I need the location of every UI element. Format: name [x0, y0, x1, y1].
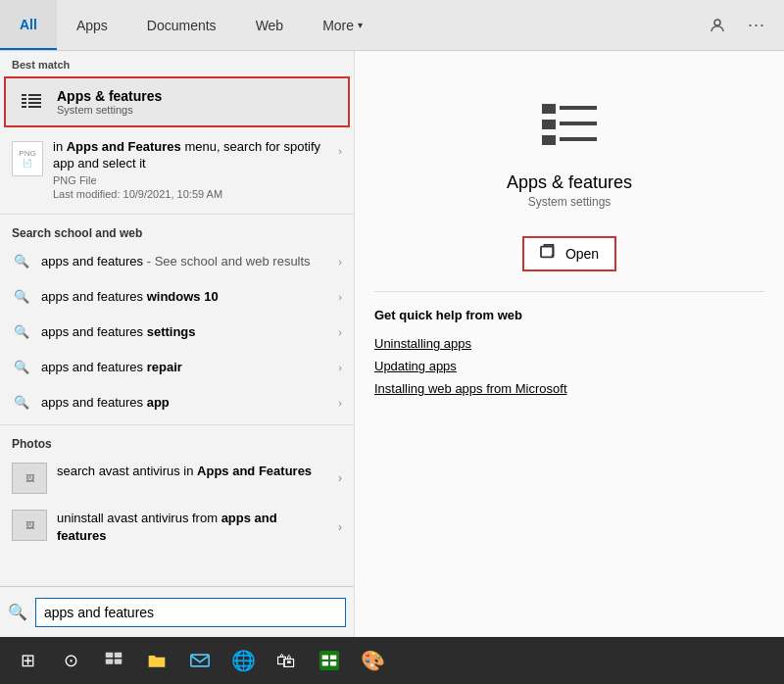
school-section-label: Search school and web — [0, 219, 354, 244]
svg-rect-24 — [322, 661, 328, 666]
mail-button[interactable] — [180, 641, 220, 680]
quick-help-link-1[interactable]: Updating apps — [374, 355, 764, 377]
photos-thumb-1: 🖼 — [12, 510, 47, 541]
search-text-1: apps and features windows 10 — [41, 289, 328, 304]
search-arrow-4: › — [338, 397, 342, 409]
png-file-icon: PNG📄 — [12, 141, 43, 176]
apps-features-icon — [18, 88, 45, 116]
best-match-item[interactable]: Apps & features System settings — [4, 76, 350, 127]
edge-button[interactable]: 🌐 — [223, 641, 263, 680]
color-wheel-button[interactable]: 🎨 — [353, 641, 392, 680]
svg-rect-19 — [115, 660, 122, 664]
search-arrow-1: › — [338, 291, 342, 303]
search-text-3: apps and features repair — [41, 360, 328, 374]
best-match-text: Apps & features System settings — [57, 88, 162, 116]
xbox-button[interactable] — [310, 641, 349, 680]
file-explorer-button[interactable] — [137, 641, 176, 680]
store-button[interactable]: 🛍 — [267, 641, 306, 680]
taskbar: ⊞ ⊙ 🌐 🛍 🎨 — [0, 637, 784, 684]
app-preview-icon — [534, 90, 605, 161]
search-item-3[interactable]: 🔍 apps and features repair › — [0, 350, 354, 385]
svg-rect-21 — [319, 651, 339, 670]
main-content: Best match Apps & features — [0, 51, 784, 637]
more-dropdown-arrow: ▾ — [358, 20, 363, 30]
search-arrow-3: › — [338, 362, 342, 373]
svg-rect-20 — [191, 655, 209, 666]
photos-item-1[interactable]: 🖼 uninstall avast antivirus from apps an… — [0, 502, 354, 553]
search-text-4: apps and features app — [41, 395, 328, 410]
quick-help-link-0[interactable]: Uninstalling apps — [374, 332, 764, 355]
tab-apps[interactable]: Apps — [57, 0, 127, 50]
svg-point-0 — [714, 20, 720, 25]
svg-rect-1 — [22, 94, 26, 96]
top-navigation: All Apps Documents Web More ▾ ··· — [0, 0, 784, 51]
task-view-button[interactable] — [94, 641, 133, 680]
svg-rect-7 — [28, 102, 41, 104]
left-panel: Best match Apps & features — [0, 51, 355, 637]
tab-web[interactable]: Web — [236, 0, 304, 50]
photos-arrow-1: › — [338, 520, 342, 534]
photos-text-1: uninstall avast antivirus from apps and … — [57, 510, 328, 545]
svg-rect-8 — [28, 106, 41, 108]
file-info: in Apps and Features menu, search for sp… — [53, 139, 328, 200]
svg-rect-13 — [560, 122, 597, 125]
search-taskbar-button[interactable]: ⊙ — [51, 641, 90, 680]
file-date: Last modified: 10/9/2021, 10:59 AM — [53, 188, 328, 200]
quick-help-link-2[interactable]: Installing web apps from Microsoft — [374, 377, 764, 400]
search-icon-0: 🔍 — [12, 252, 31, 271]
photos-section-label: Photos — [0, 429, 354, 455]
search-arrow-2: › — [338, 326, 342, 338]
search-item-1[interactable]: 🔍 apps and features windows 10 › — [0, 279, 354, 315]
app-preview-title: Apps & features — [507, 172, 632, 193]
search-input[interactable] — [35, 598, 346, 627]
svg-rect-14 — [560, 137, 597, 141]
svg-rect-11 — [542, 135, 556, 145]
search-icon-2: 🔍 — [12, 322, 31, 342]
photos-thumb-0: 🖼 — [12, 463, 47, 494]
svg-rect-22 — [322, 656, 328, 660]
svg-rect-2 — [22, 98, 26, 100]
app-preview-subtitle: System settings — [528, 195, 612, 209]
tab-all[interactable]: All — [0, 0, 57, 50]
user-icon-btn[interactable] — [702, 10, 733, 41]
search-main-icon: 🔍 — [8, 603, 27, 621]
photos-text-0: search avast antivirus in Apps and Featu… — [57, 463, 328, 480]
search-item-2[interactable]: 🔍 apps and features settings › — [0, 315, 354, 350]
svg-rect-12 — [560, 106, 597, 110]
search-icon-4: 🔍 — [12, 393, 31, 413]
search-text-0: apps and features - See school and web r… — [41, 254, 328, 269]
open-icon — [540, 244, 558, 264]
tab-more[interactable]: More ▾ — [303, 0, 382, 50]
svg-rect-3 — [22, 102, 26, 104]
search-arrow-0: › — [338, 256, 342, 268]
svg-rect-25 — [330, 661, 336, 666]
file-title: in Apps and Features menu, search for sp… — [53, 139, 328, 172]
photos-arrow-0: › — [338, 471, 342, 485]
search-icon-1: 🔍 — [12, 287, 31, 307]
search-text-2: apps and features settings — [41, 324, 328, 339]
start-button[interactable]: ⊞ — [8, 641, 47, 680]
search-item-4[interactable]: 🔍 apps and features app › — [0, 385, 354, 420]
svg-rect-18 — [106, 660, 114, 664]
svg-rect-17 — [115, 653, 122, 658]
svg-rect-4 — [22, 106, 26, 108]
more-options-btn[interactable]: ··· — [741, 10, 772, 41]
search-box-container: 🔍 — [0, 586, 354, 637]
tab-documents[interactable]: Documents — [127, 0, 236, 50]
svg-rect-10 — [542, 120, 556, 129]
svg-rect-23 — [330, 656, 336, 660]
file-type: PNG File — [53, 174, 328, 186]
open-button[interactable]: Open — [522, 236, 616, 271]
app-preview: Apps & features System settings Open — [374, 71, 764, 292]
best-match-label: Best match — [0, 51, 354, 74]
search-item-0[interactable]: 🔍 apps and features - See school and web… — [0, 244, 354, 279]
svg-rect-5 — [28, 94, 41, 96]
svg-rect-6 — [28, 98, 41, 100]
photos-item-0[interactable]: 🖼 search avast antivirus in Apps and Fea… — [0, 455, 354, 502]
search-icon-3: 🔍 — [12, 358, 31, 377]
svg-rect-9 — [542, 104, 556, 114]
svg-rect-16 — [106, 653, 114, 658]
quick-help-title: Get quick help from web — [374, 308, 764, 322]
svg-rect-15 — [541, 247, 553, 258]
file-result-item[interactable]: PNG📄 in Apps and Features menu, search f… — [0, 129, 354, 210]
